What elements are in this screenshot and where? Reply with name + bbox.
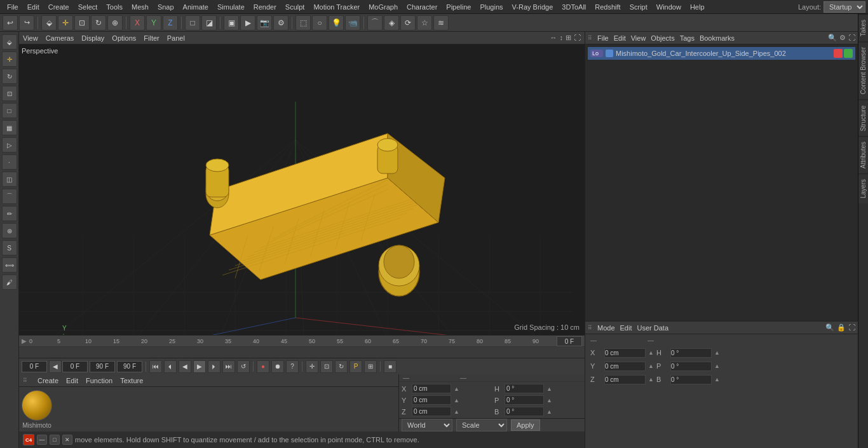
coord-p-input[interactable] <box>505 395 544 405</box>
coord-h-input[interactable] <box>505 384 544 393</box>
menu-animate[interactable]: Animate <box>179 2 213 12</box>
move-tool-btn[interactable]: ✛ <box>58 15 73 31</box>
go-end-btn[interactable]: ⏭ <box>222 360 235 373</box>
obj-expand-icon[interactable]: ⛶ <box>848 34 855 42</box>
attr-p-input[interactable] <box>670 362 712 371</box>
light-btn[interactable]: 💡 <box>329 15 344 31</box>
obj-menu-edit[interactable]: Edit <box>614 34 626 42</box>
coord-y-input[interactable] <box>412 395 451 405</box>
obj-menu-file[interactable]: File <box>597 34 609 42</box>
attr-z-input[interactable] <box>604 375 646 384</box>
coord-x-input[interactable] <box>412 384 451 393</box>
layers-tab[interactable]: Layers <box>858 173 868 203</box>
rotate-tool-btn[interactable]: ↻ <box>91 15 106 31</box>
start-frame-input[interactable] <box>62 361 88 372</box>
lt-rotate[interactable]: ↻ <box>2 69 17 84</box>
material-mishimoto[interactable]: Mishimoto <box>22 390 52 429</box>
select-tool-btn[interactable]: ⬙ <box>41 15 57 31</box>
scale-dropdown[interactable]: Scale Absolute <box>456 419 507 431</box>
coord-h-up[interactable]: ▲ <box>546 386 552 392</box>
loop-btn[interactable]: ↺ <box>237 360 250 373</box>
vp-corner-4[interactable]: ⛶ <box>574 34 581 42</box>
render-region-btn[interactable]: ▣ <box>224 15 239 31</box>
attr-menu-edit[interactable]: Edit <box>620 324 632 332</box>
status-icon-close[interactable]: ✕ <box>62 435 72 445</box>
obj-menu-tags[interactable]: Tags <box>680 34 695 42</box>
end-frame-input[interactable] <box>90 361 115 372</box>
move-view-btn[interactable]: ✛ <box>306 360 318 373</box>
undo-btn[interactable]: ↩ <box>3 15 18 31</box>
material-ball[interactable] <box>22 390 52 421</box>
lt-poly[interactable]: ▦ <box>2 120 17 135</box>
lt-edge[interactable]: ▷ <box>2 137 17 153</box>
go-start-btn[interactable]: ⏮ <box>149 360 162 373</box>
lt-move[interactable]: ✛ <box>2 51 17 67</box>
deform-btn[interactable]: ⟳ <box>400 15 416 31</box>
z-axis-btn[interactable]: Z <box>163 15 178 31</box>
menu-mesh[interactable]: Mesh <box>127 2 153 12</box>
structure-tab[interactable]: Structure <box>858 100 868 137</box>
vp-corner-1[interactable]: ↔ <box>550 34 557 42</box>
coord-b-input[interactable] <box>505 407 544 416</box>
menu-script[interactable]: Script <box>625 2 652 12</box>
attr-lock-icon[interactable]: 🔒 <box>837 323 846 332</box>
vp-menu-view[interactable]: View <box>23 34 38 42</box>
vp-corner-2[interactable]: ↕ <box>560 34 564 42</box>
object-mode-btn[interactable]: □ <box>185 15 200 31</box>
mat-menu-function[interactable]: Function <box>86 377 112 384</box>
attr-menu-mode[interactable]: Mode <box>597 324 615 332</box>
help-btn[interactable]: ? <box>286 360 299 373</box>
status-icon-min[interactable]: — <box>37 435 47 445</box>
hair-btn[interactable]: ≋ <box>433 15 449 31</box>
attr-search-icon[interactable]: 🔍 <box>825 323 834 332</box>
render-picture-btn[interactable]: 📷 <box>257 15 272 31</box>
current-frame-input[interactable] <box>22 361 47 372</box>
lt-magnet[interactable]: ⊛ <box>2 223 17 238</box>
obj-menu-view[interactable]: View <box>631 34 646 42</box>
menu-edit[interactable]: Edit <box>23 2 44 12</box>
obj-settings-icon[interactable]: ⚙ <box>839 34 846 42</box>
layout-select[interactable]: Startup <box>824 1 865 13</box>
attr-h-input[interactable] <box>670 348 712 358</box>
mat-menu-create[interactable]: Create <box>37 377 58 384</box>
vp-menu-options[interactable]: Options <box>112 34 136 42</box>
menu-plugins[interactable]: Plugins <box>475 2 507 12</box>
menu-mograph[interactable]: MoGraph <box>364 2 402 12</box>
grid-btn[interactable]: ⊞ <box>364 360 377 373</box>
cube-btn[interactable]: ⬚ <box>295 15 311 31</box>
auto-key-btn[interactable]: ⏺ <box>271 360 284 373</box>
menu-3dtoall[interactable]: 3DToAll <box>557 2 590 12</box>
timeline-frame-input[interactable] <box>557 336 582 346</box>
lt-mirror[interactable]: ⟺ <box>2 257 17 273</box>
spline-btn[interactable]: ⌒ <box>367 15 383 31</box>
obj-search-icon[interactable]: 🔍 <box>828 34 837 42</box>
render-settings-btn[interactable]: ⚙ <box>273 15 288 31</box>
takes-tab[interactable]: Takes <box>858 14 868 41</box>
mat-menu-edit[interactable]: Edit <box>66 377 78 384</box>
transform-tool-btn[interactable]: ⊕ <box>107 15 123 31</box>
lt-smooth[interactable]: S <box>2 240 17 255</box>
frame-all-btn[interactable]: ↻ <box>335 360 348 373</box>
vp-corner-3[interactable]: ⊞ <box>566 34 571 42</box>
menu-vray[interactable]: V-Ray Bridge <box>508 2 558 12</box>
menu-simulate[interactable]: Simulate <box>213 2 249 12</box>
nurbs-btn[interactable]: ◈ <box>384 15 399 31</box>
menu-select[interactable]: Select <box>74 2 102 12</box>
redo-btn[interactable]: ↪ <box>19 15 34 31</box>
vp-menu-panel[interactable]: Panel <box>167 34 185 42</box>
lt-object[interactable]: □ <box>2 103 17 118</box>
obj-menu-objects[interactable]: Objects <box>651 34 674 42</box>
status-icon-max[interactable]: □ <box>50 435 60 445</box>
y-axis-btn[interactable]: Y <box>146 15 161 31</box>
scale-tool-btn[interactable]: ⊡ <box>74 15 90 31</box>
menu-motion-tracker[interactable]: Motion Tracker <box>309 2 364 12</box>
record-btn[interactable]: ● <box>257 360 269 373</box>
coord-x-up[interactable]: ▲ <box>454 386 459 392</box>
play-reverse-btn[interactable]: ◀ <box>179 360 191 373</box>
frame-selection-btn[interactable]: ⊡ <box>320 360 333 373</box>
sphere-btn[interactable]: ○ <box>312 15 327 31</box>
world-dropdown[interactable]: World Object Local <box>402 419 452 431</box>
menu-sculpt[interactable]: Sculpt <box>281 2 309 12</box>
menu-file[interactable]: File <box>3 2 23 12</box>
menu-create[interactable]: Create <box>44 2 74 12</box>
